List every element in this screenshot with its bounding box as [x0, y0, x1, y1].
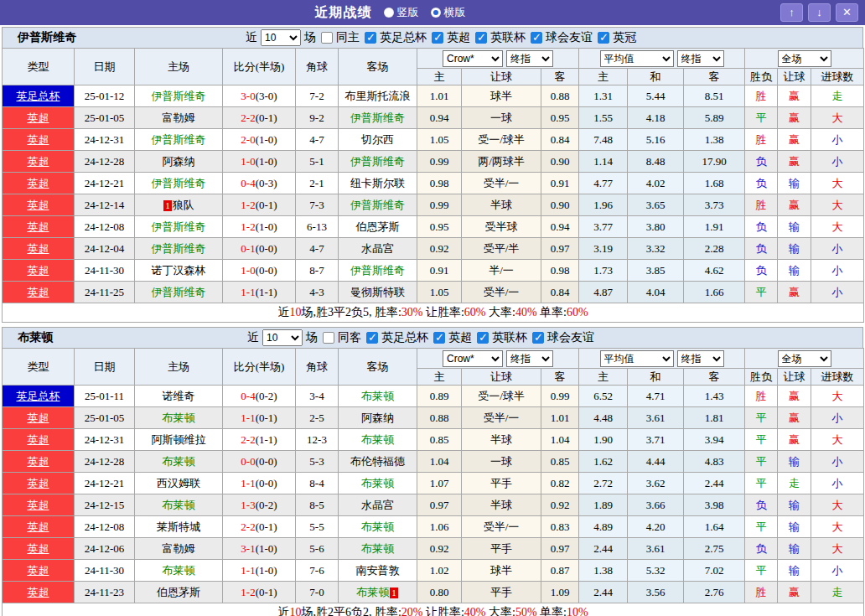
score-cell: 1-2(0-1): [223, 194, 296, 216]
competition-link[interactable]: 英超: [28, 499, 49, 511]
league-filter[interactable]: 球会友谊: [531, 30, 594, 45]
odds-away-cell: 0.84: [541, 282, 579, 303]
average-select[interactable]: 平均值: [600, 50, 674, 67]
result-goals-cell: 大: [811, 194, 864, 216]
competition-link[interactable]: 英超: [28, 433, 49, 446]
competition-link[interactable]: 英超: [28, 242, 49, 255]
result-text: 赢: [789, 155, 800, 168]
league-checkbox[interactable]: [432, 32, 443, 44]
layout-option-horizontal[interactable]: 横版: [431, 5, 466, 20]
league-checkbox[interactable]: [477, 332, 489, 344]
odds-home-cell: 0.94: [417, 107, 462, 129]
odds-time-select[interactable]: 终指: [506, 350, 553, 367]
average-time-select[interactable]: 终指: [677, 350, 724, 367]
home-team-name: 伊普斯维奇: [152, 242, 206, 255]
average-select[interactable]: 平均值: [600, 350, 674, 367]
competition-link[interactable]: 英超: [28, 111, 49, 124]
league-checkbox[interactable]: [598, 32, 609, 44]
competition-link[interactable]: 英超: [28, 412, 49, 424]
bookmaker-select[interactable]: Crow*: [443, 350, 503, 367]
away-team-name: 布莱顿: [361, 390, 394, 402]
competition-link[interactable]: 英超: [28, 286, 49, 298]
score-cell: 2-0(1-0): [223, 129, 296, 151]
scroll-up-button[interactable]: ↑: [780, 3, 803, 22]
same-venue-filter[interactable]: 同主: [321, 30, 361, 45]
league-filter[interactable]: 英超: [433, 330, 474, 345]
competition-link[interactable]: 英超: [28, 199, 49, 211]
corner-cell: 4-7: [296, 238, 339, 260]
same-venue-filter[interactable]: 同客: [323, 330, 363, 345]
competition-link[interactable]: 英足总杯: [17, 90, 60, 102]
competition-link[interactable]: 英超: [28, 155, 49, 168]
radio-horizontal-icon[interactable]: [431, 8, 441, 18]
subheader-average: 客: [684, 69, 745, 85]
match-row: 英超24-12-28阿森纳1-0(1-0)5-1伊普斯维奇0.99两/两球半0.…: [3, 151, 864, 173]
league-filter[interactable]: 英联杯: [477, 330, 529, 345]
layout-option-vertical[interactable]: 竖版: [384, 5, 419, 20]
avg-away-cell: 3.98: [684, 494, 745, 516]
close-button[interactable]: ✕: [836, 3, 858, 22]
competition-link[interactable]: 英超: [28, 586, 49, 598]
avg-home-cell: 3.19: [579, 238, 628, 260]
league-filter[interactable]: 球会友谊: [532, 330, 596, 345]
league-filter[interactable]: 英超: [432, 30, 472, 45]
result-text: 平: [756, 412, 767, 424]
league-checkbox[interactable]: [532, 332, 544, 344]
competition-link[interactable]: 英足总杯: [17, 390, 60, 402]
league-checkbox[interactable]: [531, 32, 542, 44]
fulltime-select[interactable]: 全场: [778, 50, 831, 67]
average-time-select[interactable]: 终指: [677, 50, 724, 67]
same-venue-checkbox[interactable]: [321, 32, 333, 44]
odds-time-select[interactable]: 终指: [506, 50, 553, 67]
home-team-name: 莱斯特城: [157, 520, 200, 533]
same-venue-checkbox[interactable]: [323, 332, 334, 344]
near-count-select[interactable]: 10: [261, 29, 301, 46]
result-text: 负: [756, 155, 767, 168]
competition-link[interactable]: 英超: [28, 177, 49, 189]
match-row: 英超24-11-30布莱顿1-1(1-0)7-6南安普敦1.02球半0.871.…: [3, 560, 864, 582]
header-fulltime-group: 全场: [745, 49, 864, 69]
fulltime-score: 2-0: [241, 133, 255, 146]
league-filter[interactable]: 英冠: [598, 30, 638, 45]
result-text: 赢: [789, 412, 800, 424]
result-text: 赢: [789, 390, 800, 402]
competition-link[interactable]: 英超: [28, 133, 49, 146]
date-cell: 24-12-21: [75, 173, 135, 194]
league-checkbox[interactable]: [365, 32, 376, 44]
competition-link[interactable]: 英超: [28, 264, 49, 277]
result-goals-cell: 小: [811, 451, 864, 473]
halftime-score: (0-1): [256, 520, 277, 533]
competition-link[interactable]: 英超: [28, 564, 49, 577]
avg-draw-cell: 3.66: [628, 494, 684, 516]
result-outcome-cell: 平: [745, 282, 778, 303]
league-filter[interactable]: 英足总杯: [366, 330, 430, 345]
result-text: 赢: [789, 133, 800, 146]
matches-table: 类型日期主场比分(半场)角球客场Crow*终指平均值终指全场主让球客主和客胜负让…: [2, 48, 864, 323]
result-handicap-cell: 赢: [778, 85, 811, 107]
fulltime-select[interactable]: 全场: [778, 350, 831, 367]
league-filter[interactable]: 英足总杯: [365, 30, 428, 45]
competition-link[interactable]: 英超: [28, 542, 49, 555]
league-checkbox[interactable]: [433, 332, 445, 344]
league-checkbox[interactable]: [475, 32, 487, 44]
home-team-cell: 1狼队: [135, 194, 223, 216]
result-outcome-cell: 平: [745, 407, 778, 429]
avg-away-cell: 1.68: [684, 173, 745, 194]
corner-cell: 5-6: [296, 538, 339, 560]
result-handicap-cell: 赢: [778, 386, 811, 407]
handicap-cell: 一球: [462, 451, 541, 473]
scroll-down-button[interactable]: ↓: [808, 3, 831, 22]
bookmaker-select[interactable]: Crow*: [443, 50, 503, 67]
league-filter[interactable]: 英联杯: [475, 30, 527, 45]
summary-cell: 近10场,胜3平2负5, 胜率:30% 让胜率:60% 大率:40% 单率:60…: [3, 303, 864, 323]
competition-link[interactable]: 英超: [28, 520, 49, 533]
odds-away-cell: 0.82: [541, 473, 579, 494]
radio-vertical-icon[interactable]: [384, 8, 394, 18]
league-checkbox[interactable]: [366, 332, 378, 344]
halftime-score: (1-0): [256, 155, 277, 168]
competition-link[interactable]: 英超: [28, 220, 49, 233]
competition-link[interactable]: 英超: [28, 477, 49, 489]
result-outcome-cell: 平: [745, 429, 778, 451]
competition-link[interactable]: 英超: [28, 455, 49, 468]
near-count-select[interactable]: 10: [262, 329, 303, 346]
